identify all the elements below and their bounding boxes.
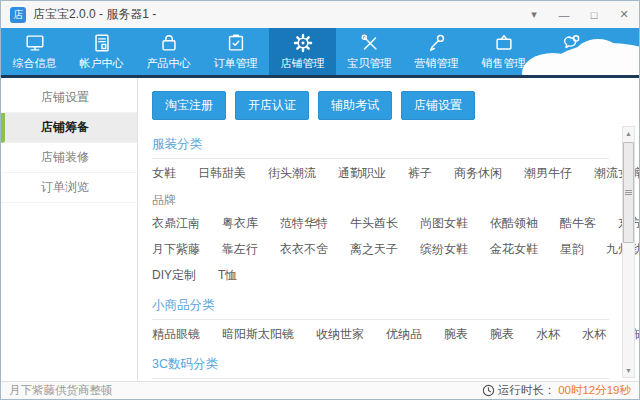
sidebar: 店铺设置店铺筹备店铺装修订单浏览 [1,78,138,381]
category-item[interactable]: 水杯 [582,326,606,343]
category-item[interactable]: 收纳世家 [316,326,364,343]
sidebar-item-shop-preparation[interactable]: 店铺筹备 [1,113,137,143]
category-item[interactable]: 水杯 [536,326,560,343]
microphone-icon [426,32,448,54]
sidebar-item-shop-decoration[interactable]: 店铺装修 [1,143,137,173]
category-item[interactable]: 离之天子 [350,241,398,258]
category-item[interactable]: 优纳品 [386,326,422,343]
section-clothing: 服装分类女鞋日韩甜美街头潮流通勤职业裤子商务休闲潮男牛仔潮流女裤时尚新秀品牌衣鼎… [152,134,609,287]
close-button[interactable]: ✕ [609,1,639,28]
category-row: DIY定制T恤 [152,261,609,287]
maximize-icon: □ [591,9,598,21]
sections: 服装分类女鞋日韩甜美街头潮流通勤职业裤子商务休闲潮男牛仔潮流女裤时尚新秀品牌衣鼎… [152,134,609,381]
main-area: 店铺设置店铺筹备店铺装修订单浏览 淘宝注册开店认证辅助考试店铺设置 服装分类女鞋… [1,78,639,381]
shop-settings-button[interactable]: 店铺设置 [401,91,475,120]
toolbar: 淘宝注册开店认证辅助考试店铺设置 [152,91,609,120]
monitor-icon [24,32,46,54]
clock-icon [482,384,495,397]
runtime-value: 00时12分19秒 [558,383,631,398]
assist-exam-button[interactable]: 辅助考试 [318,91,392,120]
category-item[interactable]: 精品眼镜 [152,326,200,343]
category-row: 手机通讯类手机通讯类个人影音设备个人影音设备电脑周边外设电脑周边外设 [152,379,609,381]
nav-item-label: 帐户中心 [80,56,124,71]
minimize-button[interactable]: — [549,1,579,28]
nav-item-help-center[interactable]: 帮助中心 [537,28,604,75]
category-item[interactable]: 缤纷女鞋 [420,241,468,258]
category-item[interactable]: 暗阳斯太阳镜 [222,326,294,343]
nav-item-marketing-management[interactable]: 营销管理 [403,28,470,75]
category-item[interactable]: 牛头酋长 [350,215,398,232]
nav-item-item-management[interactable]: 宝贝管理 [336,28,403,75]
skin-button[interactable]: ▾ [519,1,549,28]
category-row: 女鞋日韩甜美街头潮流通勤职业裤子商务休闲潮男牛仔潮流女裤时尚新秀 [152,159,609,185]
nav-item-sales-management[interactable]: 销售管理 [470,28,537,75]
category-item[interactable]: T恤 [218,267,237,284]
category-item[interactable]: 裤子 [408,165,432,182]
sidebar-item-order-browse[interactable]: 订单浏览 [1,173,137,203]
maximize-button[interactable]: □ [579,1,609,28]
bag-icon [158,32,180,54]
category-item[interactable]: 腕表 [490,326,514,343]
clipboard-icon [225,32,247,54]
scrollbar-thumb[interactable] [623,142,634,243]
category-row: 月下紫藤靠左行衣衣不舍离之天子缤纷女鞋金花女鞋星韵九州劲狐狸 [152,235,609,261]
category-item[interactable]: DIY定制 [152,267,196,284]
category-item[interactable]: 女鞋 [152,165,176,182]
nav-item-label: 店铺管理 [281,56,325,71]
nav-item-label: 帮助中心 [549,56,593,71]
section-title: 服装分类 [152,134,609,159]
nav-item-overview[interactable]: 综合信息 [1,28,68,75]
window-controls: ▾—□✕ [519,1,639,28]
scrollbar-track[interactable] [623,140,634,364]
sidebar-item-shop-settings[interactable]: 店铺设置 [1,83,137,113]
category-item[interactable]: 靠左行 [222,241,258,258]
category-item[interactable]: 通勤职业 [338,165,386,182]
title-bar: 店 店宝宝2.0.0 - 服务器1 - ▾—□✕ [1,1,639,28]
category-item[interactable]: 粤衣库 [222,215,258,232]
nav-bar: 综合信息帐户中心产品中心订单管理店铺管理宝贝管理营销管理销售管理帮助中心 [1,28,639,78]
nav-item-order-management[interactable]: 订单管理 [202,28,269,75]
category-item[interactable]: 范特华特 [280,215,328,232]
category-item[interactable]: 依酷领袖 [490,215,538,232]
category-item[interactable]: 月下紫藤 [152,241,200,258]
nav-item-shop-management[interactable]: 店铺管理 [269,28,336,75]
nav-item-account-center[interactable]: 帐户中心 [68,28,135,75]
section-small-goods: 小商品分类精品眼镜暗阳斯太阳镜收纳世家优纳品腕表腕表水杯水杯饰品饰品 [152,295,609,346]
close-icon: ✕ [619,8,628,21]
category-item[interactable]: 衣鼎江南 [152,215,200,232]
minimize-icon: — [559,9,570,21]
runtime-indicator: 运行时长： 00时12分19秒 [482,383,631,398]
tools-icon [359,32,381,54]
category-item[interactable]: 星韵 [560,241,584,258]
runtime-label: 运行时长： [498,383,556,398]
category-item[interactable]: 金花女鞋 [490,241,538,258]
category-item[interactable]: 街头潮流 [268,165,316,182]
category-item[interactable]: 酷牛客 [560,215,596,232]
category-item[interactable]: 商务休闲 [454,165,502,182]
nav-item-label: 产品中心 [147,56,191,71]
category-item[interactable]: 尚图女鞋 [420,215,468,232]
nav-item-label: 综合信息 [13,56,57,71]
category-item[interactable]: 潮男牛仔 [524,165,572,182]
shop-certification-button[interactable]: 开店认证 [235,91,309,120]
window-title: 店宝宝2.0.0 - 服务器1 - [33,6,519,23]
section-title: 3C数码分类 [152,354,609,379]
category-item[interactable]: 腕表 [444,326,468,343]
signboard-icon [493,32,515,54]
app-logo-icon: 店 [10,7,26,23]
scroll-down-icon[interactable]: ▼ [623,364,634,377]
nav-item-label: 营销管理 [415,56,459,71]
category-row: 衣鼎江南粤衣库范特华特牛头酋长尚图女鞋依酷领袖酷牛客东方大小姐布居衣阁彩色格调雅… [152,209,609,235]
taobao-register-button[interactable]: 淘宝注册 [152,91,226,120]
nav-item-label: 宝贝管理 [348,56,392,71]
scroll-up-icon[interactable]: ▲ [623,127,634,140]
category-item[interactable]: 衣衣不舍 [280,241,328,258]
gear-icon [292,32,314,54]
category-item[interactable]: 日韩甜美 [198,165,246,182]
content-area: 淘宝注册开店认证辅助考试店铺设置 服装分类女鞋日韩甜美街头潮流通勤职业裤子商务休… [138,78,639,381]
vertical-scrollbar[interactable]: ▲ ▼ [622,126,635,378]
skin-arrow-icon: ▾ [531,8,537,21]
nav-item-product-center[interactable]: 产品中心 [135,28,202,75]
section-title: 小商品分类 [152,295,609,320]
nav-item-label: 订单管理 [214,56,258,71]
